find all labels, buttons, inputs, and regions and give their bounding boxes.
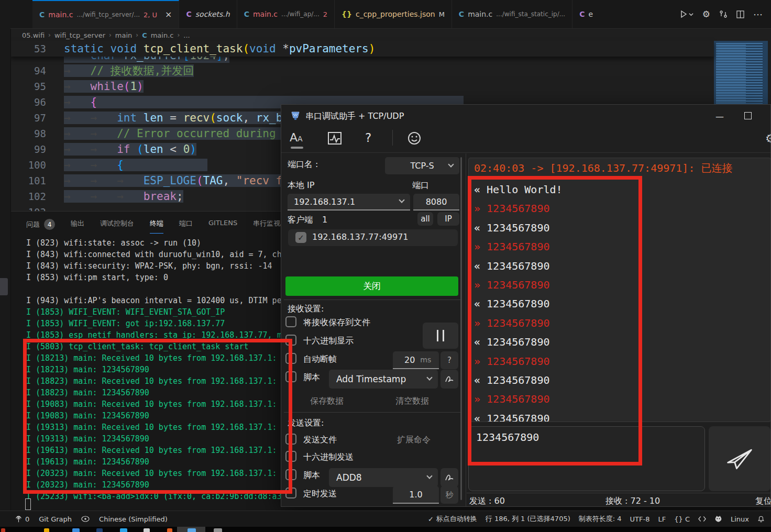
terminal-output[interactable]: I (823) wifi:state: assoc -> run (10)I (… <box>26 237 287 502</box>
taskbar-app-icon[interactable] <box>44 528 49 532</box>
panel-tab-问题[interactable]: 问题4 <box>26 219 55 235</box>
cursor-position[interactable]: 行 186, 列 1 (已选择4705) <box>486 514 570 524</box>
compare-changes-icon[interactable] <box>719 10 728 18</box>
editor-tab[interactable]: Cmain.c.../wifi_tcp_server/...2, U× <box>32 0 179 28</box>
panel-tab-GITLENS[interactable]: GITLENS <box>208 219 237 231</box>
local-ip-select[interactable]: 192.168.137.1 <box>288 194 410 210</box>
eol-indicator[interactable]: LF <box>658 515 666 523</box>
git-graph-button[interactable]: Git Graph <box>39 515 72 523</box>
close-connection-button[interactable]: 关闭 <box>285 276 458 296</box>
pause-button[interactable] <box>423 323 458 349</box>
send-input[interactable]: 1234567890 <box>468 426 705 491</box>
editor-tab[interactable]: Csockets.h <box>179 0 237 28</box>
gitlens-eye-button[interactable] <box>81 516 90 522</box>
help-icon[interactable]: ? <box>365 131 371 145</box>
gear-icon[interactable]: ⚙ <box>702 9 710 19</box>
rx-script-checkbox[interactable] <box>285 371 296 382</box>
tx-script-checkbox[interactable] <box>285 469 296 480</box>
gear-icon[interactable]: ⚙ <box>765 132 771 145</box>
breadcrumb-item[interactable]: 05.wifi <box>22 31 45 39</box>
timed-send-checkbox[interactable] <box>285 487 296 498</box>
save-to-file-checkbox[interactable] <box>285 316 296 327</box>
reset-counter-button[interactable]: 复位计 <box>755 496 771 507</box>
autoframe-help-button[interactable]: ? <box>440 351 458 369</box>
rx-script-select[interactable]: Add Timestamp <box>329 370 438 389</box>
panel-tab-输出[interactable]: 输出 <box>71 219 84 233</box>
taskbar-app-icon[interactable] <box>188 528 196 532</box>
received-line: « 1234567890 <box>474 332 563 351</box>
show-ip-button[interactable]: IP <box>437 212 459 226</box>
client-row[interactable]: ✓ 192.168.137.77:49971 <box>288 229 458 246</box>
select-all-button[interactable]: all <box>417 212 433 226</box>
editor-tab[interactable]: Cmain.c.../wifi_sta_static_ip/... <box>452 0 572 28</box>
run-debug-button[interactable] <box>679 10 693 18</box>
taskbar-app-icon[interactable] <box>120 528 127 532</box>
encoding-indicator[interactable]: UTF-8 <box>630 515 650 523</box>
more-actions-icon[interactable]: ⋯ <box>753 9 764 20</box>
breadcrumb[interactable]: 05.wifi›wifi_tcp_server›main›Cmain.c›... <box>22 29 190 41</box>
rx-script-edit-button[interactable] <box>440 370 458 389</box>
hex-send-checkbox[interactable] <box>285 451 296 462</box>
taskbar-app-icon[interactable] <box>72 528 80 532</box>
split-editor-icon[interactable] <box>736 10 744 18</box>
sticky-scroll-line[interactable]: 53 static void tcp_client_task(void *pvP… <box>10 41 714 57</box>
connection-log-line: 02:40:03 -> [192.168.137.77:49971]: 已连接 <box>474 161 732 175</box>
waveform-icon[interactable] <box>327 131 342 148</box>
receive-settings-title: 接收设置: <box>288 304 324 315</box>
taskbar-app-icon[interactable] <box>167 528 172 532</box>
editor-tab[interactable]: {}c_cpp_properties.jsonM <box>335 0 452 28</box>
maximize-button[interactable] <box>744 112 752 119</box>
tab-label: sockets.h <box>195 10 230 18</box>
clear-data-button[interactable]: 清空数据 <box>395 396 429 407</box>
save-data-button[interactable]: 保存数据 <box>310 396 344 407</box>
punct-converter-button[interactable]: ✓标点自动转换 <box>428 514 477 524</box>
autoframe-ms-input[interactable]: 20 ms <box>393 351 439 369</box>
language-mode[interactable]: {} C <box>674 515 690 523</box>
send-input-value: 1234567890 <box>476 431 539 444</box>
minimize-button[interactable]: — <box>714 110 725 122</box>
received-line: « Hello World! <box>474 180 563 199</box>
close-icon[interactable]: × <box>165 10 172 19</box>
port-type-select[interactable]: TCP-S <box>385 157 459 174</box>
receive-data-panel[interactable]: 02:40:03 -> [192.168.137.77:49971]: 已连接 … <box>468 158 771 422</box>
port-number-input[interactable]: 8080 <box>413 194 459 210</box>
minimap[interactable] <box>714 41 768 106</box>
taskbar-app-icon[interactable] <box>214 528 222 532</box>
code-brackets-icon[interactable] <box>698 516 706 522</box>
code-line: 95→ while(1) <box>10 79 771 94</box>
panel-tab-调试控制台[interactable]: 调试控制台 <box>100 219 134 233</box>
send-file-checkbox[interactable] <box>285 434 296 445</box>
send-button[interactable] <box>709 426 770 491</box>
os-taskbar <box>0 527 771 532</box>
github-icon[interactable] <box>714 515 722 523</box>
taskbar-app-icon[interactable] <box>96 528 103 532</box>
timed-send-interval-input[interactable]: 1.0 <box>393 486 439 504</box>
editor-tab[interactable]: Cmain.c.../wifi_ap/...2 <box>237 0 335 28</box>
editor-tab[interactable]: Ce <box>572 0 599 28</box>
panel-tab-终端[interactable]: 终端 <box>150 219 163 234</box>
remote-indicator[interactable]: 0 <box>15 515 29 523</box>
panel-tab-端口[interactable]: 端口 <box>179 219 193 233</box>
notifications-bell-icon[interactable] <box>757 515 765 523</box>
smiley-icon[interactable] <box>407 131 422 148</box>
indentation-indicator[interactable]: 制表符长度: 4 <box>579 514 622 524</box>
settings-scrollbar[interactable] <box>460 157 462 500</box>
extended-command-button[interactable]: 扩展命令 <box>397 435 431 446</box>
breadcrumb-item[interactable]: main <box>115 31 132 39</box>
hex-display-checkbox[interactable] <box>285 335 296 346</box>
client-checkbox[interactable]: ✓ <box>295 232 306 243</box>
os-indicator[interactable]: Linux <box>731 515 749 523</box>
breadcrumb-item[interactable]: main.c <box>151 31 174 39</box>
terminal-line: I (18213) main: 1234567890 <box>26 364 287 375</box>
breadcrumb-item[interactable]: ... <box>183 31 190 39</box>
breadcrumb-item[interactable]: wifi_tcp_server <box>54 31 105 39</box>
tab-badge: M <box>439 10 445 18</box>
tx-script-select[interactable]: ADD8 <box>329 468 438 487</box>
file-type-icon: C <box>579 10 585 18</box>
tx-script-edit-button[interactable] <box>440 468 458 487</box>
taskbar-app-icon[interactable] <box>1 528 5 532</box>
autoframe-checkbox[interactable] <box>285 353 296 364</box>
taskbar-app-icon[interactable] <box>144 528 150 532</box>
language-indicator[interactable]: Chinese (Simplified) <box>99 515 168 523</box>
font-size-icon[interactable]: AA <box>290 131 310 147</box>
